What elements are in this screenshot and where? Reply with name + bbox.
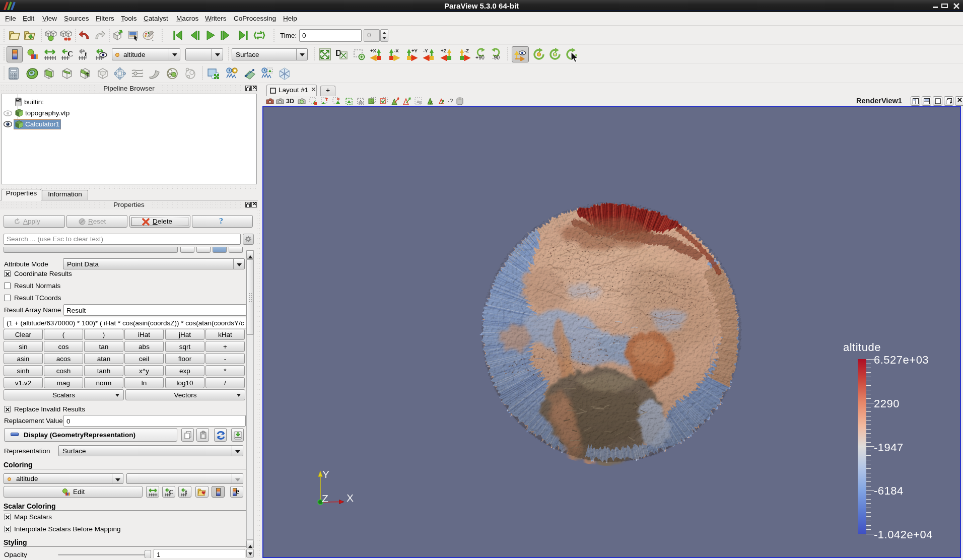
svg-text:t: t: [85, 50, 87, 58]
svg-text:+90: +90: [475, 54, 485, 60]
svg-text:+X: +X: [370, 48, 377, 53]
svg-text:t: t: [185, 488, 188, 496]
svg-text:-X: -X: [394, 48, 399, 53]
svg-text:D: D: [335, 48, 341, 58]
svg-text:-Y: -Y: [423, 48, 428, 53]
svg-text:-90: -90: [492, 54, 500, 60]
svg-text:Z: Z: [322, 493, 328, 504]
svg-text:C: C: [67, 50, 73, 58]
svg-text:X: X: [347, 492, 354, 504]
svg-text:+Y: +Y: [411, 48, 418, 53]
svg-text:+Z: +Z: [441, 48, 447, 53]
svg-text:C: C: [169, 488, 174, 496]
svg-text:-Z: -Z: [464, 48, 469, 53]
svg-text:Y: Y: [322, 468, 329, 480]
svg-text:T: T: [86, 73, 89, 78]
